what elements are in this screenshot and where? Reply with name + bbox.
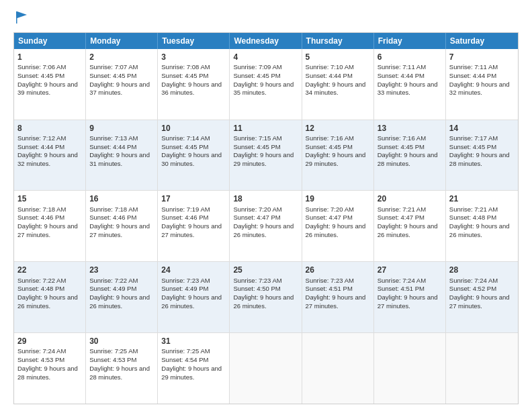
sunset-text: Sunset: 4:46 PM: [89, 214, 136, 221]
cal-cell-empty: [302, 333, 374, 404]
sunrise-text: Sunrise: 7:18 AM: [17, 205, 66, 213]
day-number: 31: [161, 336, 226, 347]
logo-flag-icon: [15, 10, 30, 25]
day-number: 22: [17, 265, 82, 275]
calendar: SundayMondayTuesdayWednesdayThursdayFrid…: [13, 32, 519, 404]
day-number: 21: [449, 193, 515, 204]
cal-week-3: 15Sunrise: 7:18 AMSunset: 4:46 PMDayligh…: [14, 191, 518, 262]
cal-cell-day-11: 11Sunrise: 7:15 AMSunset: 4:45 PMDayligh…: [230, 120, 302, 191]
daylight-text: Daylight: 9 hours and 26 minutes.: [378, 222, 438, 238]
daylight-text: Daylight: 9 hours and 34 minutes.: [306, 81, 366, 97]
cal-week-5: 29Sunrise: 7:24 AMSunset: 4:53 PMDayligh…: [14, 333, 518, 404]
cal-cell-day-4: 4Sunrise: 7:09 AMSunset: 4:45 PMDaylight…: [230, 49, 302, 120]
sunset-text: Sunset: 4:45 PM: [161, 143, 208, 150]
sunset-text: Sunset: 4:45 PM: [89, 72, 136, 79]
cal-cell-day-18: 18Sunrise: 7:20 AMSunset: 4:47 PMDayligh…: [230, 191, 302, 261]
header-day-friday: Friday: [374, 33, 446, 49]
header-day-tuesday: Tuesday: [158, 33, 230, 49]
day-number: 11: [233, 123, 298, 134]
sunrise-text: Sunrise: 7:08 AM: [161, 63, 210, 71]
logo-text: [13, 10, 30, 28]
sunset-text: Sunset: 4:45 PM: [233, 72, 280, 79]
cal-cell-day-19: 19Sunrise: 7:20 AMSunset: 4:47 PMDayligh…: [302, 191, 374, 261]
cal-cell-day-30: 30Sunrise: 7:25 AMSunset: 4:53 PMDayligh…: [86, 333, 158, 404]
calendar-header: SundayMondayTuesdayWednesdayThursdayFrid…: [14, 33, 518, 49]
cal-cell-day-12: 12Sunrise: 7:16 AMSunset: 4:45 PMDayligh…: [302, 120, 374, 191]
sunrise-text: Sunrise: 7:24 AM: [449, 277, 498, 284]
sunrise-text: Sunrise: 7:16 AM: [378, 134, 426, 142]
sunrise-text: Sunrise: 7:24 AM: [378, 277, 426, 284]
sunrise-text: Sunrise: 7:22 AM: [17, 277, 66, 284]
sunrise-text: Sunrise: 7:21 AM: [449, 205, 498, 213]
daylight-text: Daylight: 9 hours and 26 minutes.: [17, 293, 78, 310]
day-number: 15: [17, 193, 82, 204]
sunrise-text: Sunrise: 7:11 AM: [378, 63, 426, 71]
header: [13, 10, 519, 28]
sunset-text: Sunset: 4:52 PM: [449, 285, 496, 292]
sunset-text: Sunset: 4:45 PM: [17, 72, 64, 79]
sunset-text: Sunset: 4:49 PM: [89, 285, 136, 292]
day-number: 1: [17, 52, 82, 62]
cal-cell-day-6: 6Sunrise: 7:11 AMSunset: 4:44 PMDaylight…: [374, 49, 446, 120]
daylight-text: Daylight: 9 hours and 32 minutes.: [449, 81, 510, 97]
cal-cell-day-31: 31Sunrise: 7:25 AMSunset: 4:54 PMDayligh…: [158, 333, 230, 404]
cal-week-2: 8Sunrise: 7:12 AMSunset: 4:44 PMDaylight…: [14, 120, 518, 191]
sunrise-text: Sunrise: 7:11 AM: [449, 63, 498, 71]
sunset-text: Sunset: 4:45 PM: [378, 143, 425, 150]
cal-week-4: 22Sunrise: 7:22 AMSunset: 4:48 PMDayligh…: [14, 262, 518, 333]
day-number: 9: [89, 123, 154, 134]
day-number: 17: [161, 193, 226, 204]
cal-cell-day-16: 16Sunrise: 7:18 AMSunset: 4:46 PMDayligh…: [86, 191, 158, 261]
sunset-text: Sunset: 4:54 PM: [161, 356, 208, 363]
day-number: 10: [161, 123, 226, 134]
daylight-text: Daylight: 9 hours and 33 minutes.: [378, 81, 438, 97]
daylight-text: Daylight: 9 hours and 30 minutes.: [161, 151, 222, 167]
day-number: 3: [161, 52, 226, 62]
sunset-text: Sunset: 4:44 PM: [378, 72, 425, 79]
header-day-sunday: Sunday: [14, 33, 86, 49]
daylight-text: Daylight: 9 hours and 29 minutes.: [306, 151, 366, 167]
day-number: 16: [89, 193, 154, 204]
sunrise-text: Sunrise: 7:23 AM: [161, 277, 210, 284]
day-number: 20: [378, 193, 442, 204]
cal-cell-day-17: 17Sunrise: 7:19 AMSunset: 4:46 PMDayligh…: [158, 191, 230, 261]
sunset-text: Sunset: 4:53 PM: [89, 356, 136, 363]
daylight-text: Daylight: 9 hours and 39 minutes.: [17, 81, 78, 97]
sunset-text: Sunset: 4:50 PM: [233, 285, 280, 292]
sunrise-text: Sunrise: 7:07 AM: [89, 63, 138, 71]
sunrise-text: Sunrise: 7:16 AM: [306, 134, 354, 142]
daylight-text: Daylight: 9 hours and 35 minutes.: [233, 81, 294, 97]
daylight-text: Daylight: 9 hours and 26 minutes.: [233, 293, 294, 310]
sunset-text: Sunset: 4:47 PM: [306, 214, 353, 221]
day-number: 30: [89, 336, 154, 347]
daylight-text: Daylight: 9 hours and 27 minutes.: [17, 222, 78, 238]
sunrise-text: Sunrise: 7:25 AM: [161, 347, 210, 355]
sunset-text: Sunset: 4:53 PM: [17, 356, 64, 363]
daylight-text: Daylight: 9 hours and 26 minutes.: [89, 293, 150, 310]
daylight-text: Daylight: 9 hours and 29 minutes.: [161, 365, 222, 381]
calendar-body: 1Sunrise: 7:06 AMSunset: 4:45 PMDaylight…: [14, 49, 518, 404]
sunset-text: Sunset: 4:45 PM: [449, 143, 496, 150]
sunset-text: Sunset: 4:47 PM: [378, 214, 425, 221]
sunset-text: Sunset: 4:47 PM: [233, 214, 280, 221]
sunrise-text: Sunrise: 7:17 AM: [449, 134, 498, 142]
cal-cell-day-7: 7Sunrise: 7:11 AMSunset: 4:44 PMDaylight…: [446, 49, 518, 120]
cal-cell-day-3: 3Sunrise: 7:08 AMSunset: 4:45 PMDaylight…: [158, 49, 230, 120]
sunrise-text: Sunrise: 7:20 AM: [233, 205, 281, 213]
day-number: 28: [449, 265, 515, 275]
day-number: 23: [89, 265, 154, 275]
sunrise-text: Sunrise: 7:22 AM: [89, 277, 138, 284]
cal-cell-day-29: 29Sunrise: 7:24 AMSunset: 4:53 PMDayligh…: [14, 333, 86, 404]
sunset-text: Sunset: 4:51 PM: [378, 285, 425, 292]
sunrise-text: Sunrise: 7:24 AM: [17, 347, 66, 355]
sunrise-text: Sunrise: 7:25 AM: [89, 347, 138, 355]
daylight-text: Daylight: 9 hours and 26 minutes.: [449, 222, 510, 238]
daylight-text: Daylight: 9 hours and 28 minutes.: [378, 151, 438, 167]
cal-cell-day-24: 24Sunrise: 7:23 AMSunset: 4:49 PMDayligh…: [158, 262, 230, 332]
cal-cell-day-26: 26Sunrise: 7:23 AMSunset: 4:51 PMDayligh…: [302, 262, 374, 332]
header-day-wednesday: Wednesday: [230, 33, 302, 49]
cal-cell-day-5: 5Sunrise: 7:10 AMSunset: 4:44 PMDaylight…: [302, 49, 374, 120]
sunrise-text: Sunrise: 7:10 AM: [306, 63, 354, 71]
day-number: 19: [306, 193, 370, 204]
cal-cell-day-1: 1Sunrise: 7:06 AMSunset: 4:45 PMDaylight…: [14, 49, 86, 120]
